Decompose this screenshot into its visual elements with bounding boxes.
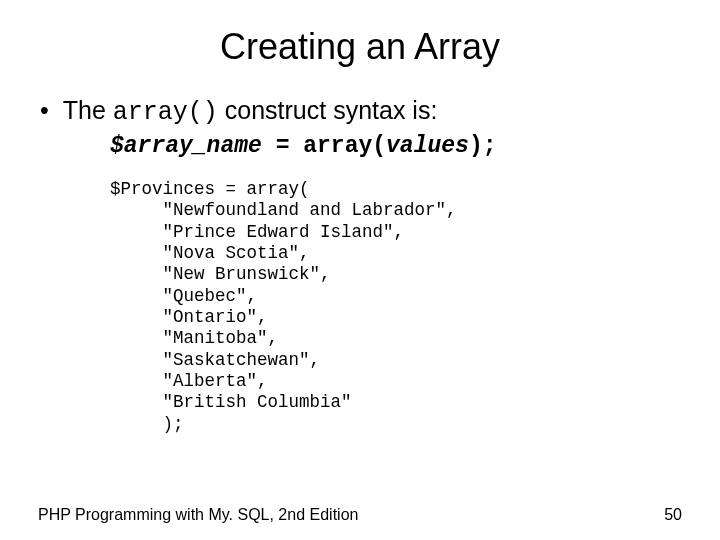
slide-title: Creating an Array	[38, 26, 682, 68]
page-number: 50	[664, 506, 682, 524]
bullet-marker: •	[40, 96, 49, 125]
footer-left: PHP Programming with My. SQL, 2nd Editio…	[38, 506, 358, 524]
footer: PHP Programming with My. SQL, 2nd Editio…	[38, 506, 682, 524]
syntax-eq: = array(	[262, 133, 386, 159]
syntax-vals: values	[386, 133, 469, 159]
syntax-end: );	[469, 133, 497, 159]
bullet-pre: The	[63, 96, 113, 124]
bullet-text: The array() construct syntax is:	[63, 96, 438, 127]
code-block: $Provinces = array( "Newfoundland and La…	[110, 179, 682, 435]
syntax-var: $array_name	[110, 133, 262, 159]
slide: Creating an Array • The array() construc…	[0, 0, 720, 540]
bullet-code: array()	[113, 98, 218, 127]
bullet-post: construct syntax is:	[218, 96, 438, 124]
bullet-item: • The array() construct syntax is:	[40, 96, 682, 127]
syntax-line: $array_name = array(values);	[110, 133, 682, 159]
